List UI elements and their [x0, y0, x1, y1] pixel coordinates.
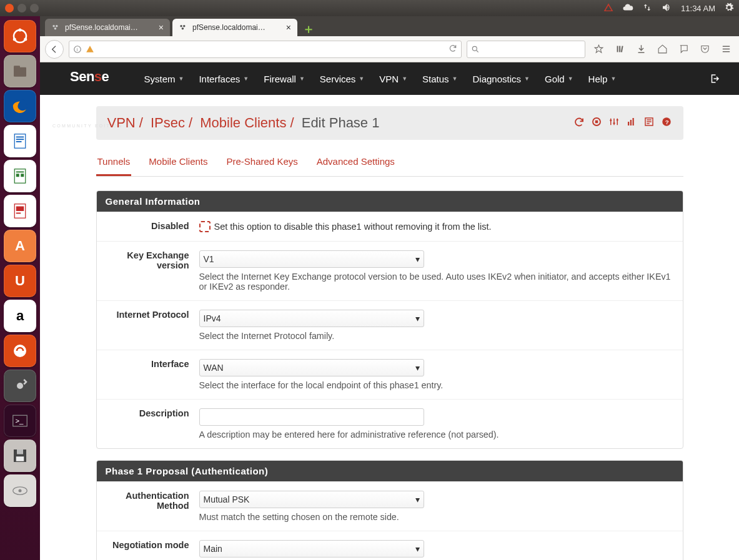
- window-close-button[interactable]: [5, 4, 14, 12]
- disabled-help: Set this option to disable this phase1 w…: [214, 222, 492, 232]
- service-restart-icon[interactable]: [573, 116, 585, 130]
- sliders-icon[interactable]: [608, 116, 620, 130]
- field-label-auth-method: Authentication Method: [106, 491, 199, 522]
- window-maximize-button[interactable]: [30, 4, 39, 12]
- svg-point-31: [182, 27, 184, 30]
- tab-mobile-clients[interactable]: Mobile Clients: [147, 151, 209, 176]
- launcher-dash-icon[interactable]: [4, 20, 36, 52]
- launcher-terminal-icon[interactable]: >_: [4, 405, 36, 437]
- svg-point-27: [56, 25, 58, 27]
- negotiation-mode-select[interactable]: Main▾: [199, 540, 424, 558]
- tab-tunnels[interactable]: Tunnels: [96, 151, 132, 176]
- warning-icon[interactable]: [603, 2, 613, 14]
- svg-point-1: [19, 29, 22, 32]
- description-input[interactable]: [199, 408, 424, 426]
- help-icon[interactable]: ?: [661, 116, 672, 130]
- library-button[interactable]: [612, 41, 628, 57]
- breadcrumb-ipsec[interactable]: IPsec: [151, 115, 185, 130]
- disabled-checkbox[interactable]: [199, 221, 211, 232]
- svg-rect-46: [628, 122, 629, 125]
- reload-button[interactable]: [449, 44, 457, 55]
- panel-heading: General Information: [97, 191, 683, 212]
- home-button[interactable]: [654, 41, 670, 57]
- launcher-drive-icon[interactable]: [4, 474, 36, 507]
- identity-warning-icon[interactable]: [86, 45, 94, 54]
- nav-vpn[interactable]: VPN▼: [373, 74, 414, 84]
- url-bar[interactable]: i: [69, 41, 462, 58]
- nav-system[interactable]: System▼: [137, 74, 190, 84]
- network-icon[interactable]: [642, 2, 652, 14]
- launcher-impress-icon[interactable]: [4, 195, 36, 227]
- pocket-button[interactable]: [697, 41, 713, 57]
- nav-interfaces[interactable]: Interfaces▼: [192, 74, 255, 84]
- browser-tab[interactable]: pfSense.localdomai… ×: [172, 19, 297, 36]
- nav-gold[interactable]: Gold▼: [538, 74, 580, 84]
- chart-icon[interactable]: [626, 116, 637, 130]
- chevron-down-icon: ▾: [415, 544, 420, 554]
- svg-point-28: [54, 27, 57, 30]
- unity-launcher: A U a >_: [0, 16, 40, 560]
- new-tab-button[interactable]: ＋: [300, 21, 317, 36]
- svg-point-26: [52, 25, 55, 27]
- tab-pre-shared-keys[interactable]: Pre-Shared Keys: [226, 151, 299, 176]
- chat-icon[interactable]: [675, 41, 692, 57]
- svg-point-45: [616, 119, 618, 121]
- nav-help[interactable]: Help▼: [582, 74, 623, 84]
- browser-tab[interactable]: pfSense.localdomai… ×: [45, 19, 170, 36]
- page-viewport: Sense COMMUNITY EDITION System▼ Interfac…: [40, 62, 739, 560]
- launcher-files-icon[interactable]: [4, 55, 36, 87]
- svg-text:>_: >_: [16, 417, 24, 425]
- nav-status[interactable]: Status▼: [416, 74, 464, 84]
- nav-services[interactable]: Services▼: [314, 74, 370, 84]
- auth-method-select[interactable]: Mutual PSK▾: [199, 491, 424, 508]
- window-minimize-button[interactable]: [17, 4, 26, 12]
- launcher-settings-icon[interactable]: [4, 370, 36, 402]
- logout-button[interactable]: [703, 73, 727, 84]
- nav-diagnostics[interactable]: Diagnostics▼: [467, 74, 536, 84]
- settings-icon[interactable]: [724, 2, 734, 14]
- panel-heading: Phase 1 Proposal (Authentication): [97, 461, 683, 481]
- identity-info-icon[interactable]: i: [73, 45, 82, 54]
- tab-close-icon[interactable]: ×: [159, 22, 164, 32]
- service-stop-icon[interactable]: [591, 116, 602, 130]
- sound-icon[interactable]: [661, 2, 672, 15]
- description-help: A description may be entered here for ad…: [199, 430, 674, 440]
- tab-title: pfSense.localdomai…: [65, 23, 138, 32]
- log-icon[interactable]: [643, 116, 655, 130]
- interface-select[interactable]: WAN▾: [199, 359, 424, 376]
- downloads-button[interactable]: [633, 41, 649, 57]
- field-label-key-exchange: Key Exchange version: [106, 250, 199, 292]
- cloud-icon[interactable]: [622, 2, 633, 15]
- launcher-floppy-icon[interactable]: [4, 440, 36, 472]
- back-button[interactable]: [45, 40, 64, 59]
- internet-protocol-select[interactable]: IPv4▾: [199, 310, 424, 327]
- svg-rect-22: [17, 449, 23, 454]
- chevron-down-icon: ▾: [415, 254, 420, 264]
- breadcrumb-mobile-clients[interactable]: Mobile Clients: [200, 115, 286, 130]
- key-exchange-select[interactable]: V1▾: [199, 250, 424, 268]
- svg-point-0: [14, 30, 26, 42]
- svg-rect-17: [16, 213, 21, 214]
- launcher-calc-icon[interactable]: [4, 160, 36, 192]
- launcher-software-icon[interactable]: A: [4, 230, 36, 262]
- launcher-music-icon[interactable]: [4, 335, 36, 367]
- svg-rect-42: [595, 120, 598, 124]
- launcher-writer-icon[interactable]: [4, 125, 36, 157]
- key-exchange-help: Select the Internet Key Exchange protoco…: [199, 272, 674, 292]
- breadcrumb: VPN/ IPsec/ Mobile Clients/ Edit Phase 1: [107, 115, 380, 131]
- svg-rect-37: [620, 46, 623, 52]
- tab-advanced-settings[interactable]: Advanced Settings: [315, 151, 396, 176]
- svg-point-34: [472, 46, 477, 51]
- breadcrumb-vpn[interactable]: VPN: [107, 115, 136, 130]
- field-label-description: Description: [106, 408, 199, 440]
- menu-button[interactable]: [718, 41, 734, 57]
- search-bar[interactable]: [467, 41, 585, 58]
- launcher-ubuntuone-icon[interactable]: U: [4, 265, 36, 297]
- launcher-firefox-icon[interactable]: [4, 90, 36, 122]
- bookmark-star-button[interactable]: [590, 41, 607, 57]
- launcher-amazon-icon[interactable]: a: [4, 300, 36, 332]
- clock[interactable]: 11:34 AM: [681, 4, 715, 13]
- nav-firewall[interactable]: Firewall▼: [257, 74, 311, 84]
- tab-close-icon[interactable]: ×: [286, 22, 291, 32]
- svg-text:?: ?: [665, 119, 668, 125]
